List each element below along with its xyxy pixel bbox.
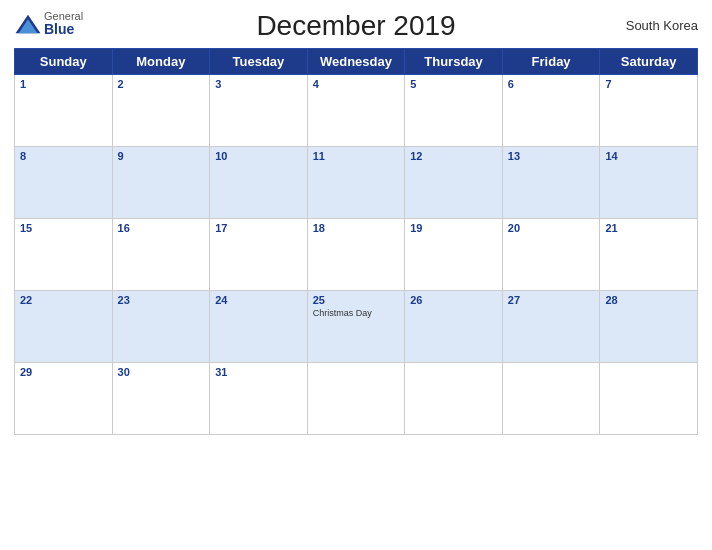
date-number: 2	[118, 78, 205, 90]
date-number: 30	[118, 366, 205, 378]
calendar-cell: 4	[307, 75, 405, 147]
week-row-5: 293031	[15, 363, 698, 435]
week-row-2: 891011121314	[15, 147, 698, 219]
calendar-cell	[307, 363, 405, 435]
calendar-cell: 19	[405, 219, 503, 291]
date-number: 11	[313, 150, 400, 162]
date-number: 23	[118, 294, 205, 306]
calendar-container: General Blue December 2019 South Korea S…	[0, 0, 712, 550]
calendar-cell: 9	[112, 147, 210, 219]
holiday-label: Christmas Day	[313, 308, 400, 318]
calendar-cell: 11	[307, 147, 405, 219]
calendar-cell: 28	[600, 291, 698, 363]
calendar-cell: 31	[210, 363, 308, 435]
calendar-cell: 16	[112, 219, 210, 291]
date-number: 9	[118, 150, 205, 162]
date-number: 14	[605, 150, 692, 162]
calendar-cell: 2	[112, 75, 210, 147]
date-number: 6	[508, 78, 595, 90]
date-number: 1	[20, 78, 107, 90]
calendar-cell: 7	[600, 75, 698, 147]
logo-blue-text: Blue	[44, 22, 83, 37]
calendar-cell: 1	[15, 75, 113, 147]
date-number: 31	[215, 366, 302, 378]
calendar-cell: 21	[600, 219, 698, 291]
header-saturday: Saturday	[600, 49, 698, 75]
calendar-cell: 5	[405, 75, 503, 147]
date-number: 26	[410, 294, 497, 306]
date-number: 22	[20, 294, 107, 306]
calendar-cell: 17	[210, 219, 308, 291]
calendar-header: General Blue December 2019 South Korea	[14, 10, 698, 42]
calendar-cell: 18	[307, 219, 405, 291]
calendar-table: Sunday Monday Tuesday Wednesday Thursday…	[14, 48, 698, 435]
week-row-1: 1234567	[15, 75, 698, 147]
calendar-cell: 27	[502, 291, 600, 363]
header-thursday: Thursday	[405, 49, 503, 75]
header-friday: Friday	[502, 49, 600, 75]
country-label: South Korea	[626, 18, 698, 33]
date-number: 8	[20, 150, 107, 162]
week-row-3: 15161718192021	[15, 219, 698, 291]
calendar-cell: 10	[210, 147, 308, 219]
date-number: 28	[605, 294, 692, 306]
calendar-cell: 3	[210, 75, 308, 147]
date-number: 5	[410, 78, 497, 90]
calendar-cell: 15	[15, 219, 113, 291]
header-wednesday: Wednesday	[307, 49, 405, 75]
generalblue-logo-icon	[14, 13, 42, 35]
calendar-cell: 6	[502, 75, 600, 147]
date-number: 29	[20, 366, 107, 378]
calendar-cell: 13	[502, 147, 600, 219]
date-number: 27	[508, 294, 595, 306]
calendar-cell: 30	[112, 363, 210, 435]
calendar-cell	[405, 363, 503, 435]
date-number: 10	[215, 150, 302, 162]
date-number: 17	[215, 222, 302, 234]
day-header-row: Sunday Monday Tuesday Wednesday Thursday…	[15, 49, 698, 75]
date-number: 20	[508, 222, 595, 234]
calendar-cell: 8	[15, 147, 113, 219]
date-number: 19	[410, 222, 497, 234]
date-number: 3	[215, 78, 302, 90]
header-tuesday: Tuesday	[210, 49, 308, 75]
date-number: 24	[215, 294, 302, 306]
month-title: December 2019	[256, 10, 455, 42]
date-number: 18	[313, 222, 400, 234]
date-number: 13	[508, 150, 595, 162]
date-number: 21	[605, 222, 692, 234]
calendar-cell: 29	[15, 363, 113, 435]
calendar-cell	[600, 363, 698, 435]
date-number: 25	[313, 294, 400, 306]
calendar-cell: 26	[405, 291, 503, 363]
date-number: 15	[20, 222, 107, 234]
date-number: 12	[410, 150, 497, 162]
header-sunday: Sunday	[15, 49, 113, 75]
calendar-cell: 25Christmas Day	[307, 291, 405, 363]
calendar-cell: 24	[210, 291, 308, 363]
calendar-cell: 20	[502, 219, 600, 291]
calendar-cell: 12	[405, 147, 503, 219]
date-number: 4	[313, 78, 400, 90]
date-number: 7	[605, 78, 692, 90]
calendar-cell: 23	[112, 291, 210, 363]
header-monday: Monday	[112, 49, 210, 75]
date-number: 16	[118, 222, 205, 234]
calendar-cell: 14	[600, 147, 698, 219]
calendar-cell: 22	[15, 291, 113, 363]
calendar-cell	[502, 363, 600, 435]
week-row-4: 22232425Christmas Day262728	[15, 291, 698, 363]
logo-area: General Blue	[14, 10, 83, 37]
